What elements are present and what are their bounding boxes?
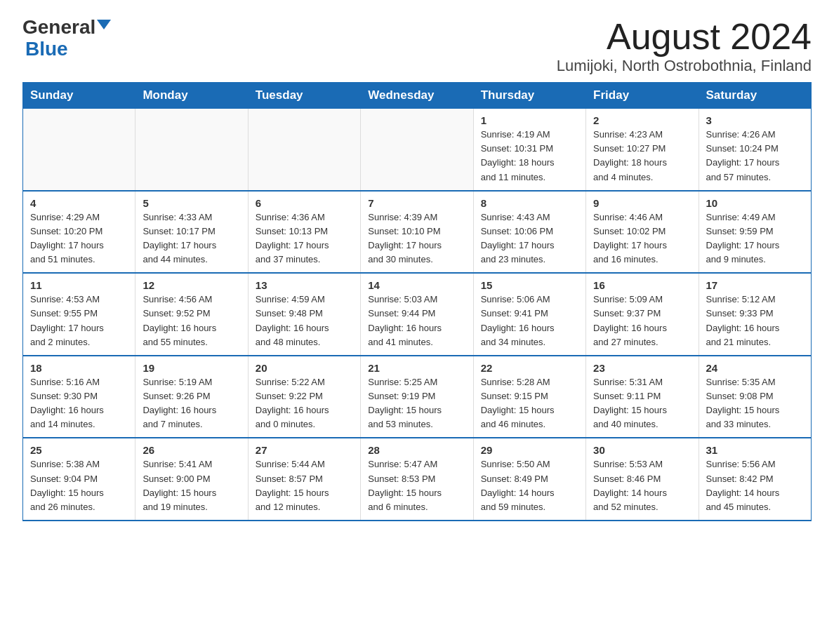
day-number: 11 xyxy=(30,279,128,291)
day-number: 3 xyxy=(706,114,804,126)
day-number: 5 xyxy=(143,197,240,209)
day-cell: 25Sunrise: 5:38 AM Sunset: 9:04 PM Dayli… xyxy=(23,438,135,521)
day-cell: 31Sunrise: 5:56 AM Sunset: 8:42 PM Dayli… xyxy=(699,438,811,521)
day-cell: 26Sunrise: 5:41 AM Sunset: 9:00 PM Dayli… xyxy=(135,438,248,521)
day-number: 7 xyxy=(368,197,465,209)
day-cell: 14Sunrise: 5:03 AM Sunset: 9:44 PM Dayli… xyxy=(361,273,473,356)
day-number: 16 xyxy=(593,279,691,291)
header-monday: Monday xyxy=(135,83,248,109)
day-cell: 12Sunrise: 4:56 AM Sunset: 9:52 PM Dayli… xyxy=(135,273,248,356)
day-cell: 6Sunrise: 4:36 AM Sunset: 10:13 PM Dayli… xyxy=(248,191,360,274)
day-number: 18 xyxy=(30,362,128,374)
day-number: 29 xyxy=(481,444,578,456)
day-cell: 28Sunrise: 5:47 AM Sunset: 8:53 PM Dayli… xyxy=(361,438,473,521)
day-cell: 22Sunrise: 5:28 AM Sunset: 9:15 PM Dayli… xyxy=(473,356,585,438)
logo-general: General xyxy=(22,17,95,39)
day-info: Sunrise: 4:56 AM Sunset: 9:52 PM Dayligh… xyxy=(143,293,240,349)
day-number: 9 xyxy=(593,197,691,209)
title-block: August 2024 Lumijoki, North Ostrobothnia… xyxy=(557,17,812,75)
day-info: Sunrise: 4:53 AM Sunset: 9:55 PM Dayligh… xyxy=(30,293,128,349)
day-number: 14 xyxy=(368,279,465,291)
day-info: Sunrise: 5:41 AM Sunset: 9:00 PM Dayligh… xyxy=(143,457,240,514)
day-number: 15 xyxy=(481,279,578,291)
day-cell: 8Sunrise: 4:43 AM Sunset: 10:06 PM Dayli… xyxy=(473,191,585,274)
week-row-5: 25Sunrise: 5:38 AM Sunset: 9:04 PM Dayli… xyxy=(23,438,812,521)
day-number: 21 xyxy=(368,362,465,374)
day-info: Sunrise: 4:33 AM Sunset: 10:17 PM Daylig… xyxy=(143,210,240,267)
day-number: 19 xyxy=(143,362,240,374)
calendar-body: 1Sunrise: 4:19 AM Sunset: 10:31 PM Dayli… xyxy=(23,109,812,521)
day-info: Sunrise: 5:47 AM Sunset: 8:53 PM Dayligh… xyxy=(368,457,465,514)
day-info: Sunrise: 4:49 AM Sunset: 9:59 PM Dayligh… xyxy=(706,210,804,267)
day-info: Sunrise: 5:44 AM Sunset: 8:57 PM Dayligh… xyxy=(256,457,353,514)
day-info: Sunrise: 4:23 AM Sunset: 10:27 PM Daylig… xyxy=(593,128,691,185)
page-title: August 2024 xyxy=(557,17,812,57)
day-info: Sunrise: 5:19 AM Sunset: 9:26 PM Dayligh… xyxy=(143,375,240,432)
week-row-2: 4Sunrise: 4:29 AM Sunset: 10:20 PM Dayli… xyxy=(23,191,812,274)
day-cell xyxy=(361,109,473,191)
day-number: 8 xyxy=(481,197,578,209)
day-info: Sunrise: 5:35 AM Sunset: 9:08 PM Dayligh… xyxy=(706,375,804,432)
week-row-4: 18Sunrise: 5:16 AM Sunset: 9:30 PM Dayli… xyxy=(23,356,812,438)
header-sunday: Sunday xyxy=(23,83,135,109)
day-number: 22 xyxy=(481,362,578,374)
week-row-1: 1Sunrise: 4:19 AM Sunset: 10:31 PM Dayli… xyxy=(23,109,812,191)
day-number: 25 xyxy=(30,444,128,456)
day-info: Sunrise: 5:06 AM Sunset: 9:41 PM Dayligh… xyxy=(481,293,578,349)
day-number: 26 xyxy=(143,444,240,456)
day-cell: 1Sunrise: 4:19 AM Sunset: 10:31 PM Dayli… xyxy=(473,109,585,191)
day-info: Sunrise: 4:36 AM Sunset: 10:13 PM Daylig… xyxy=(256,210,353,267)
day-cell: 11Sunrise: 4:53 AM Sunset: 9:55 PM Dayli… xyxy=(23,273,135,356)
header-wednesday: Wednesday xyxy=(361,83,473,109)
day-number: 30 xyxy=(593,444,691,456)
day-info: Sunrise: 5:09 AM Sunset: 9:37 PM Dayligh… xyxy=(593,293,691,349)
day-info: Sunrise: 4:26 AM Sunset: 10:24 PM Daylig… xyxy=(706,128,804,185)
day-info: Sunrise: 5:16 AM Sunset: 9:30 PM Dayligh… xyxy=(30,375,128,432)
day-cell: 23Sunrise: 5:31 AM Sunset: 9:11 PM Dayli… xyxy=(586,356,699,438)
calendar-header: SundayMondayTuesdayWednesdayThursdayFrid… xyxy=(23,83,812,109)
day-cell: 30Sunrise: 5:53 AM Sunset: 8:46 PM Dayli… xyxy=(586,438,699,521)
day-info: Sunrise: 5:56 AM Sunset: 8:42 PM Dayligh… xyxy=(706,457,804,514)
day-cell xyxy=(248,109,360,191)
day-cell: 27Sunrise: 5:44 AM Sunset: 8:57 PM Dayli… xyxy=(248,438,360,521)
day-info: Sunrise: 5:28 AM Sunset: 9:15 PM Dayligh… xyxy=(481,375,578,432)
header-tuesday: Tuesday xyxy=(248,83,360,109)
day-cell: 17Sunrise: 5:12 AM Sunset: 9:33 PM Dayli… xyxy=(699,273,811,356)
day-number: 31 xyxy=(706,444,804,456)
logo: General Blue xyxy=(22,17,111,60)
day-number: 20 xyxy=(256,362,353,374)
day-number: 6 xyxy=(256,197,353,209)
day-info: Sunrise: 5:22 AM Sunset: 9:22 PM Dayligh… xyxy=(256,375,353,432)
day-cell: 20Sunrise: 5:22 AM Sunset: 9:22 PM Dayli… xyxy=(248,356,360,438)
day-number: 2 xyxy=(593,114,691,126)
day-cell: 7Sunrise: 4:39 AM Sunset: 10:10 PM Dayli… xyxy=(361,191,473,274)
week-row-3: 11Sunrise: 4:53 AM Sunset: 9:55 PM Dayli… xyxy=(23,273,812,356)
day-number: 23 xyxy=(593,362,691,374)
day-cell: 4Sunrise: 4:29 AM Sunset: 10:20 PM Dayli… xyxy=(23,191,135,274)
logo-blue: Blue xyxy=(22,39,68,60)
day-number: 24 xyxy=(706,362,804,374)
day-info: Sunrise: 5:53 AM Sunset: 8:46 PM Dayligh… xyxy=(593,457,691,514)
day-info: Sunrise: 4:29 AM Sunset: 10:20 PM Daylig… xyxy=(30,210,128,267)
day-number: 4 xyxy=(30,197,128,209)
day-cell xyxy=(135,109,248,191)
day-info: Sunrise: 5:31 AM Sunset: 9:11 PM Dayligh… xyxy=(593,375,691,432)
day-cell: 24Sunrise: 5:35 AM Sunset: 9:08 PM Dayli… xyxy=(699,356,811,438)
header-thursday: Thursday xyxy=(473,83,585,109)
logo-triangle-icon xyxy=(97,20,111,29)
day-number: 10 xyxy=(706,197,804,209)
day-number: 27 xyxy=(256,444,353,456)
page-subtitle: Lumijoki, North Ostrobothnia, Finland xyxy=(557,57,812,75)
day-cell: 21Sunrise: 5:25 AM Sunset: 9:19 PM Dayli… xyxy=(361,356,473,438)
day-cell: 13Sunrise: 4:59 AM Sunset: 9:48 PM Dayli… xyxy=(248,273,360,356)
day-cell: 18Sunrise: 5:16 AM Sunset: 9:30 PM Dayli… xyxy=(23,356,135,438)
day-info: Sunrise: 5:25 AM Sunset: 9:19 PM Dayligh… xyxy=(368,375,465,432)
day-info: Sunrise: 5:38 AM Sunset: 9:04 PM Dayligh… xyxy=(30,457,128,514)
day-cell: 3Sunrise: 4:26 AM Sunset: 10:24 PM Dayli… xyxy=(699,109,811,191)
day-info: Sunrise: 4:39 AM Sunset: 10:10 PM Daylig… xyxy=(368,210,465,267)
day-cell: 10Sunrise: 4:49 AM Sunset: 9:59 PM Dayli… xyxy=(699,191,811,274)
page-header: General Blue August 2024 Lumijoki, North… xyxy=(22,17,812,75)
calendar-table: SundayMondayTuesdayWednesdayThursdayFrid… xyxy=(22,82,812,521)
day-cell: 5Sunrise: 4:33 AM Sunset: 10:17 PM Dayli… xyxy=(135,191,248,274)
day-info: Sunrise: 4:46 AM Sunset: 10:02 PM Daylig… xyxy=(593,210,691,267)
